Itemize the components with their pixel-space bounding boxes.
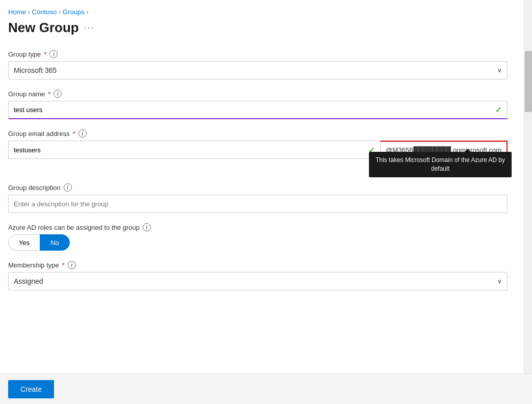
group-email-label-text: Group email address — [8, 130, 70, 138]
group-type-label: Group type * i — [8, 50, 512, 58]
breadcrumb: Home › Contoso › Groups › — [8, 8, 512, 16]
footer-bar: Create — [0, 373, 532, 404]
group-name-section: Group name * i ✓ — [8, 90, 512, 119]
group-type-chevron-icon: ∨ — [497, 67, 502, 74]
membership-type-label: Membership type * i — [8, 261, 512, 269]
page-title-row: New Group ··· — [8, 20, 512, 36]
group-type-section: Group type * i Microsoft 365 ∨ — [8, 50, 512, 79]
azure-ad-roles-no-button[interactable]: No — [40, 234, 70, 251]
membership-type-chevron-icon: ∨ — [497, 278, 502, 285]
scrollbar-thumb[interactable] — [525, 51, 532, 112]
azure-ad-roles-label: Azure AD roles can be assigned to the gr… — [8, 223, 512, 231]
group-description-input[interactable] — [14, 200, 502, 208]
group-email-info-icon[interactable]: i — [78, 129, 87, 138]
azure-ad-roles-yes-button[interactable]: Yes — [8, 234, 40, 251]
group-email-local-part: ✓ — [8, 141, 380, 159]
membership-type-dropdown[interactable]: Assigned ∨ — [8, 272, 508, 290]
group-type-required: * — [44, 50, 46, 58]
membership-type-label-text: Membership type — [8, 261, 59, 269]
breadcrumb-home[interactable]: Home — [8, 8, 26, 16]
breadcrumb-groups[interactable]: Groups — [63, 8, 85, 16]
group-email-required: * — [73, 130, 75, 138]
group-type-dropdown[interactable]: Microsoft 365 ∨ — [8, 61, 508, 79]
group-description-label-text: Group description — [8, 184, 61, 192]
azure-ad-roles-label-text: Azure AD roles can be assigned to the gr… — [8, 224, 140, 231]
group-description-label: Group description i — [8, 183, 512, 192]
group-description-info-icon[interactable]: i — [64, 183, 72, 192]
breadcrumb-sep-1: › — [28, 9, 30, 16]
membership-type-required: * — [62, 261, 65, 269]
email-domain-tooltip: This takes Microsoft Domain of the Azure… — [369, 152, 512, 177]
group-description-section: Group description i — [8, 183, 512, 213]
breadcrumb-contoso[interactable]: Contoso — [32, 8, 57, 16]
group-name-valid-icon: ✓ — [495, 105, 502, 115]
group-description-input-wrapper[interactable] — [8, 195, 508, 213]
group-type-label-text: Group type — [8, 50, 41, 58]
membership-type-info-icon[interactable]: i — [68, 261, 76, 269]
scrollbar[interactable] — [524, 0, 532, 373]
group-email-local-input[interactable] — [14, 146, 364, 154]
group-type-value: Microsoft 365 — [14, 66, 57, 74]
group-email-section: Group email address * i ✓ @M365B████████… — [8, 129, 512, 159]
azure-ad-roles-info-icon[interactable]: i — [143, 223, 151, 231]
main-content: Home › Contoso › Groups › New Group ··· … — [0, 0, 524, 373]
azure-ad-roles-section: Azure AD roles can be assigned to the gr… — [8, 223, 512, 251]
group-name-required: * — [48, 90, 50, 98]
membership-type-section: Membership type * i Assigned ∨ — [8, 261, 512, 290]
page-wrapper: Home › Contoso › Groups › New Group ··· … — [0, 0, 532, 404]
azure-ad-roles-toggle: Yes No — [8, 234, 512, 251]
group-name-input-wrapper: ✓ — [8, 101, 508, 119]
membership-type-value: Assigned — [14, 277, 43, 285]
group-name-info-icon[interactable]: i — [54, 90, 62, 98]
group-name-input[interactable] — [14, 106, 495, 114]
breadcrumb-sep-3: › — [87, 9, 89, 16]
page-title: New Group — [8, 20, 79, 36]
more-options-button[interactable]: ··· — [84, 22, 95, 33]
group-email-label: Group email address * i — [8, 129, 512, 138]
group-name-label: Group name * i — [8, 90, 512, 98]
group-name-label-text: Group name — [8, 90, 45, 98]
breadcrumb-sep-2: › — [59, 9, 61, 16]
group-type-info-icon[interactable]: i — [49, 50, 58, 58]
create-button[interactable]: Create — [8, 380, 54, 398]
